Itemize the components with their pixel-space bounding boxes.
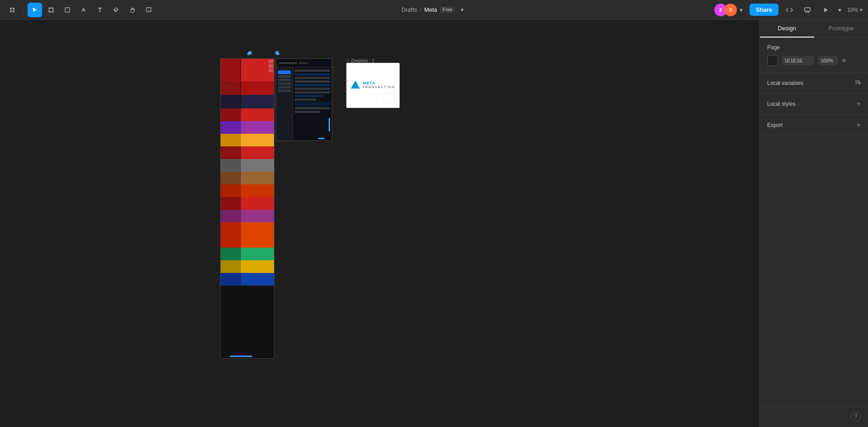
svg-rect-4 — [49, 8, 53, 12]
resize-handle-2[interactable] — [277, 52, 279, 55]
page-color-hex-input[interactable] — [782, 56, 814, 65]
page-section-title: Page — [767, 44, 780, 51]
menu-tool[interactable] — [5, 3, 20, 17]
frame-mobile-screens[interactable] — [220, 58, 274, 359]
card-strip-13 — [221, 222, 274, 235]
avatar-2[interactable]: 3 — [724, 4, 737, 16]
meta-logo-icon: META TRANSACTION — [351, 80, 395, 89]
frame-desktop-dark[interactable] — [276, 58, 332, 141]
tab-design[interactable]: Design — [760, 20, 814, 38]
present-chevron[interactable]: ▾ — [836, 3, 844, 17]
local-styles-add-button[interactable]: + — [857, 100, 861, 108]
frame-desktop1[interactable]: META TRANSACTION — [346, 63, 400, 108]
toolbar: T Drafts / Meta Free ▾ — [0, 0, 868, 20]
shape-tool[interactable] — [60, 3, 75, 17]
breadcrumb-sep: / — [420, 6, 422, 13]
card-strip-7 — [221, 146, 274, 159]
local-variables-row: Local variables — [767, 79, 861, 87]
present-button[interactable] — [818, 3, 833, 17]
meta-triangle-icon — [351, 80, 360, 89]
card-strip-16 — [221, 260, 274, 273]
right-panel: Design Prototype Page 👁 Local variables — [760, 20, 868, 427]
meta-watermark — [382, 92, 396, 105]
mobile-scroll-bar — [230, 356, 252, 357]
breadcrumb-chevron[interactable]: ▾ — [458, 5, 467, 14]
card-strip-5 — [221, 121, 274, 134]
frame-tool[interactable] — [44, 3, 58, 17]
multiplayer-button[interactable] — [800, 3, 815, 17]
card-strip-12 — [221, 210, 274, 222]
meta-text-group: META TRANSACTION — [363, 81, 395, 89]
card-strip-10 — [221, 184, 274, 197]
svg-rect-17 — [65, 8, 70, 12]
local-variables-section: Local variables — [760, 73, 868, 94]
panel-tabs: Design Prototype — [760, 20, 868, 38]
local-styles-title: Local styles — [767, 101, 796, 107]
breadcrumb-project[interactable]: Meta — [424, 6, 437, 13]
local-styles-row: Local styles + — [767, 100, 861, 108]
card-strip-9 — [221, 172, 274, 184]
toolbar-center: Drafts / Meta Free ▾ — [401, 5, 467, 14]
page-opacity-input[interactable] — [818, 56, 838, 65]
meta-logo: META TRANSACTION — [347, 77, 399, 94]
svg-rect-3 — [13, 10, 14, 12]
code-view-button[interactable] — [782, 3, 797, 17]
select-tool[interactable] — [28, 3, 42, 17]
card-strip-11 — [221, 197, 274, 210]
zoom-chevron: ▾ — [860, 7, 863, 13]
svg-rect-2 — [10, 10, 12, 12]
tab-prototype[interactable]: Prototype — [814, 20, 868, 38]
avatar-stack: 3 3 ▾ — [714, 3, 746, 17]
card-strip-2 — [221, 81, 274, 95]
page-section-header: Page — [767, 44, 861, 51]
tool-separator — [24, 5, 24, 14]
zoom-level: 10% — [847, 7, 858, 13]
card-strip-17 — [221, 273, 274, 286]
card-strip-15 — [221, 248, 274, 260]
component-tool[interactable] — [109, 3, 123, 17]
panel-bottom-space — [760, 136, 868, 406]
hand-tool[interactable] — [125, 3, 140, 17]
page-color-swatch[interactable] — [767, 55, 778, 66]
text-tool[interactable]: T — [93, 3, 107, 17]
card-strip-8 — [221, 159, 274, 172]
meta-sub-text: TRANSACTION — [363, 85, 395, 89]
card-strip-1 — [221, 59, 274, 81]
share-button[interactable]: Share — [750, 4, 778, 16]
desktop-scroll-bar — [329, 118, 330, 131]
meta-brand-text: META — [363, 81, 395, 85]
svg-rect-0 — [10, 8, 12, 9]
toolbar-right: 3 3 ▾ Share ▾ 10% ▾ — [714, 3, 863, 17]
svg-rect-1 — [13, 8, 14, 9]
export-section: Export + — [760, 115, 868, 136]
toolbar-left: T — [5, 3, 156, 17]
visibility-toggle[interactable]: 👁 — [841, 57, 847, 64]
svg-point-19 — [859, 82, 860, 84]
export-title: Export — [767, 122, 783, 128]
page-color-row: 👁 — [767, 55, 861, 66]
svg-rect-18 — [805, 8, 810, 11]
canvas[interactable]: □ Desktop - 1 META TRANSACTION — [0, 20, 760, 427]
help-button[interactable]: ? — [851, 412, 861, 422]
main-area: □ Desktop - 1 META TRANSACTION — [0, 20, 868, 427]
breadcrumb-drafts[interactable]: Drafts — [401, 6, 417, 13]
zoom-display[interactable]: 10% ▾ — [847, 7, 863, 13]
breadcrumb: Drafts / Meta Free ▾ — [401, 5, 467, 14]
panel-footer: ? — [760, 406, 868, 427]
export-row: Export + — [767, 121, 861, 129]
page-section: Page 👁 — [760, 38, 868, 73]
comment-tool[interactable] — [142, 3, 156, 17]
resize-handle-1[interactable] — [247, 52, 250, 55]
plan-badge: Free — [440, 6, 455, 13]
export-add-button[interactable]: + — [857, 121, 861, 129]
card-strip-14 — [221, 235, 274, 248]
local-variables-icon[interactable] — [854, 79, 861, 87]
local-styles-section: Local styles + — [760, 94, 868, 115]
card-strip-3 — [221, 95, 274, 108]
avatar-chevron[interactable]: ▾ — [737, 3, 746, 17]
card-strip-4 — [221, 108, 274, 121]
card-strip-6 — [221, 134, 274, 146]
pen-tool[interactable] — [76, 3, 91, 17]
local-variables-title: Local variables — [767, 80, 803, 86]
